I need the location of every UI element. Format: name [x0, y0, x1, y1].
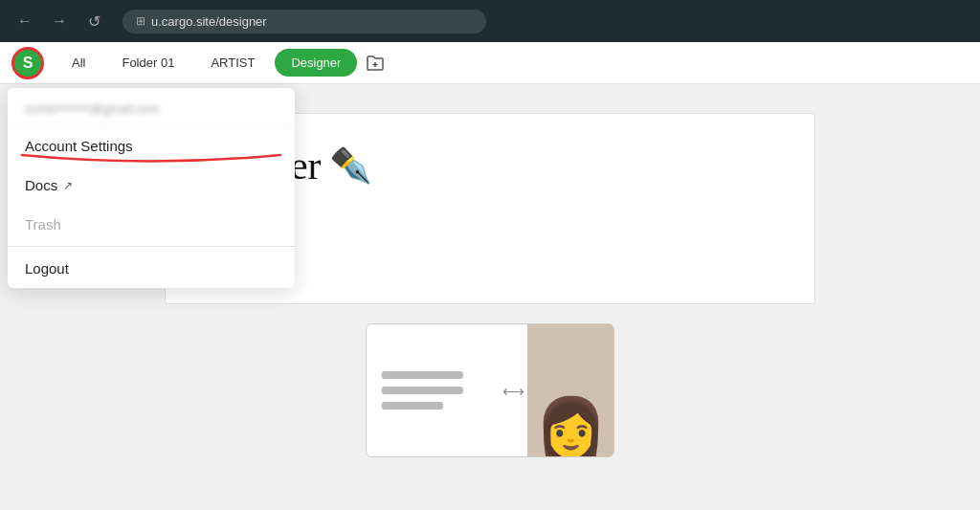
logout-label: Logout: [25, 260, 69, 277]
address-icon: ⊞: [136, 14, 145, 28]
card-line-1: [382, 371, 463, 379]
person-silhouette-icon: 👩: [535, 399, 607, 456]
new-folder-button[interactable]: [365, 53, 386, 74]
card-line-3: [382, 402, 443, 410]
trash-item: Trash: [8, 205, 295, 244]
tab-artist[interactable]: ARTIST: [194, 49, 271, 77]
card-photo: 👩: [527, 324, 613, 456]
back-button[interactable]: ←: [11, 8, 38, 34]
tab-bar: S All Folder 01 ARTIST Designer some••••…: [0, 42, 980, 84]
avatar-button[interactable]: S: [11, 47, 44, 79]
account-settings-label: Account Settings: [25, 138, 133, 154]
docs-item[interactable]: Docs ↗: [8, 166, 295, 205]
account-settings-item[interactable]: Account Settings: [8, 126, 295, 166]
forward-button[interactable]: →: [46, 8, 73, 34]
tab-designer[interactable]: Designer: [275, 49, 357, 77]
docs-label: Docs: [25, 177, 57, 193]
browser-chrome: ← → ↺ ⊞ u.cargo.site/designer: [0, 0, 980, 42]
logout-item[interactable]: Logout: [8, 249, 295, 288]
dropdown-email: some••••••••@gmail.com: [8, 88, 295, 126]
card-preview: ⟷ 👩: [366, 323, 614, 457]
pen-icon: ✒️: [329, 145, 372, 186]
reload-button[interactable]: ↺: [80, 8, 107, 34]
external-link-icon: ↗: [63, 179, 73, 192]
card-lines: [367, 324, 499, 456]
address-bar[interactable]: ⊞ u.cargo.site/designer: [122, 10, 486, 33]
dropdown-divider: [8, 246, 295, 247]
card-line-2: [382, 387, 463, 394]
avatar-letter: S: [23, 55, 33, 72]
card-expand-icon: ⟷: [499, 324, 527, 456]
trash-label: Trash: [25, 216, 61, 233]
url-text: u.cargo.site/designer: [151, 14, 267, 29]
tab-all[interactable]: All: [56, 49, 101, 77]
dropdown-menu: some••••••••@gmail.com Account Settings …: [8, 88, 295, 288]
account-settings-wrapper: Account Settings: [8, 126, 295, 166]
tab-folder01[interactable]: Folder 01: [105, 49, 190, 77]
